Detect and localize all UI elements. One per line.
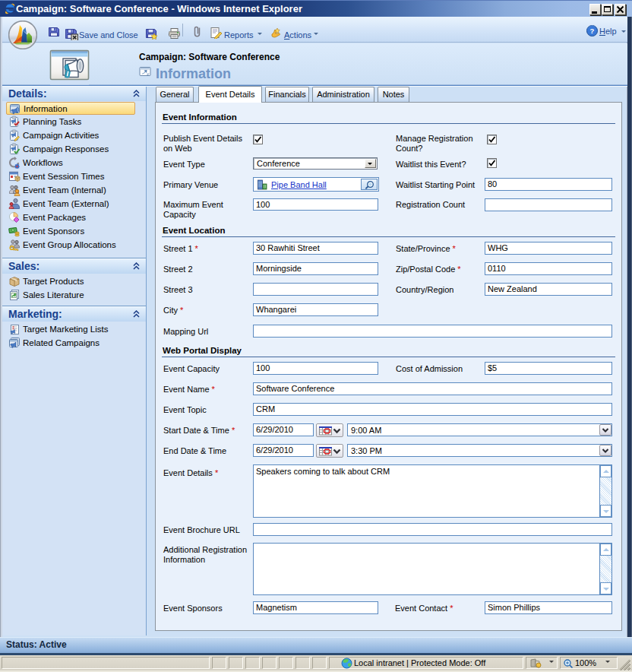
svg-text:?: ?	[590, 27, 595, 35]
